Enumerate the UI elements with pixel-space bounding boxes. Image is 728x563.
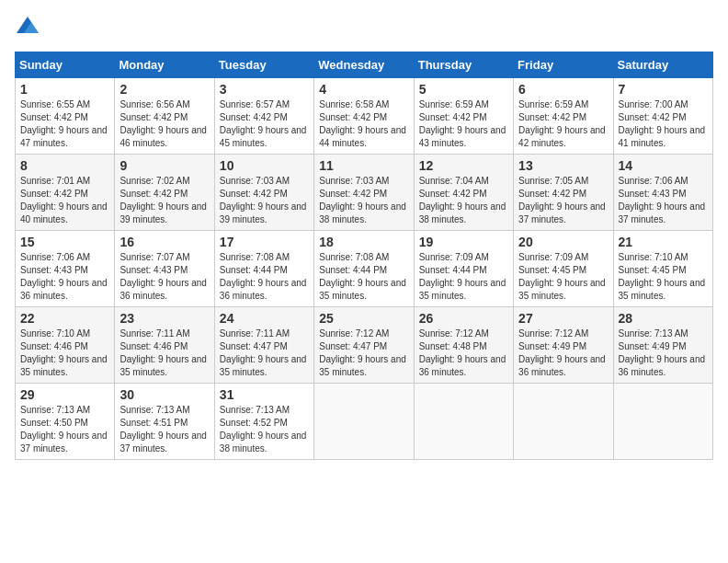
- cell-details: Sunrise: 7:08 AMSunset: 4:44 PMDaylight:…: [220, 252, 307, 301]
- day-number: 26: [419, 311, 508, 326]
- cell-details: Sunrise: 6:55 AMSunset: 4:42 PMDaylight:…: [20, 99, 108, 148]
- calendar-cell: 16 Sunrise: 7:07 AMSunset: 4:43 PMDaylig…: [115, 231, 214, 307]
- calendar-cell: 11 Sunrise: 7:03 AMSunset: 4:42 PMDaylig…: [314, 155, 414, 231]
- day-number: 13: [518, 158, 608, 173]
- day-number: 29: [20, 387, 109, 402]
- cell-details: Sunrise: 6:57 AMSunset: 4:42 PMDaylight:…: [220, 99, 307, 148]
- calendar-cell: 8 Sunrise: 7:01 AMSunset: 4:42 PMDayligh…: [16, 155, 115, 231]
- calendar-cell: 25 Sunrise: 7:12 AMSunset: 4:47 PMDaylig…: [314, 307, 414, 384]
- day-number: 30: [119, 387, 209, 402]
- calendar-cell: 17 Sunrise: 7:08 AMSunset: 4:44 PMDaylig…: [214, 231, 313, 307]
- calendar-week-row: 15 Sunrise: 7:06 AMSunset: 4:43 PMDaylig…: [16, 231, 713, 307]
- calendar-cell: 28 Sunrise: 7:13 AMSunset: 4:49 PMDaylig…: [613, 307, 712, 384]
- day-number: 2: [119, 82, 209, 97]
- calendar-week-row: 8 Sunrise: 7:01 AMSunset: 4:42 PMDayligh…: [16, 155, 713, 231]
- cell-details: Sunrise: 7:13 AMSunset: 4:51 PMDaylight:…: [119, 405, 207, 454]
- calendar-cell: 7 Sunrise: 7:00 AMSunset: 4:42 PMDayligh…: [613, 78, 712, 155]
- day-number: 18: [319, 235, 408, 249]
- day-number: 19: [419, 235, 508, 249]
- calendar-cell: 10 Sunrise: 7:03 AMSunset: 4:42 PMDaylig…: [214, 155, 313, 231]
- day-number: 27: [518, 311, 608, 326]
- cell-details: Sunrise: 7:13 AMSunset: 4:52 PMDaylight:…: [220, 405, 307, 454]
- cell-details: Sunrise: 7:06 AMSunset: 4:43 PMDaylight:…: [619, 176, 706, 224]
- day-number: 1: [20, 82, 109, 97]
- cell-details: Sunrise: 7:13 AMSunset: 4:50 PMDaylight:…: [20, 405, 108, 454]
- cell-details: Sunrise: 7:01 AMSunset: 4:42 PMDaylight:…: [20, 176, 108, 224]
- header-friday: Friday: [514, 52, 613, 78]
- day-number: 20: [518, 235, 608, 249]
- calendar-week-row: 22 Sunrise: 7:10 AMSunset: 4:46 PMDaylig…: [16, 307, 713, 384]
- day-number: 5: [419, 82, 508, 97]
- calendar-cell: [314, 384, 414, 460]
- calendar-cell: 23 Sunrise: 7:11 AMSunset: 4:46 PMDaylig…: [115, 307, 214, 384]
- logo: [15, 15, 44, 40]
- calendar-cell: 12 Sunrise: 7:04 AMSunset: 4:42 PMDaylig…: [414, 155, 513, 231]
- day-number: 10: [220, 158, 309, 173]
- day-number: 4: [319, 82, 408, 97]
- header-thursday: Thursday: [414, 52, 513, 78]
- cell-details: Sunrise: 7:00 AMSunset: 4:42 PMDaylight:…: [619, 99, 706, 148]
- cell-details: Sunrise: 7:10 AMSunset: 4:45 PMDaylight:…: [619, 252, 706, 301]
- day-number: 3: [220, 82, 309, 97]
- day-number: 9: [119, 158, 209, 173]
- cell-details: Sunrise: 6:56 AMSunset: 4:42 PMDaylight:…: [119, 99, 207, 148]
- day-number: 14: [619, 158, 708, 173]
- day-number: 15: [20, 235, 109, 249]
- day-number: 17: [220, 235, 309, 249]
- calendar-cell: 15 Sunrise: 7:06 AMSunset: 4:43 PMDaylig…: [16, 231, 115, 307]
- calendar-cell: 1 Sunrise: 6:55 AMSunset: 4:42 PMDayligh…: [16, 78, 115, 155]
- day-number: 22: [20, 311, 109, 326]
- cell-details: Sunrise: 7:05 AMSunset: 4:42 PMDaylight:…: [518, 176, 606, 224]
- calendar-cell: 5 Sunrise: 6:59 AMSunset: 4:42 PMDayligh…: [414, 78, 513, 155]
- calendar-cell: 27 Sunrise: 7:12 AMSunset: 4:49 PMDaylig…: [514, 307, 613, 384]
- day-number: 24: [220, 311, 309, 326]
- calendar-cell: 22 Sunrise: 7:10 AMSunset: 4:46 PMDaylig…: [16, 307, 115, 384]
- calendar-cell: 13 Sunrise: 7:05 AMSunset: 4:42 PMDaylig…: [514, 155, 613, 231]
- day-number: 16: [119, 235, 209, 249]
- calendar-cell: [613, 384, 712, 460]
- calendar-cell: 29 Sunrise: 7:13 AMSunset: 4:50 PMDaylig…: [16, 384, 115, 460]
- header-saturday: Saturday: [613, 52, 712, 78]
- cell-details: Sunrise: 7:04 AMSunset: 4:42 PMDaylight:…: [419, 176, 506, 224]
- calendar-cell: 3 Sunrise: 6:57 AMSunset: 4:42 PMDayligh…: [214, 78, 313, 155]
- calendar-cell: 9 Sunrise: 7:02 AMSunset: 4:42 PMDayligh…: [115, 155, 214, 231]
- day-number: 25: [319, 311, 408, 326]
- calendar-cell: 2 Sunrise: 6:56 AMSunset: 4:42 PMDayligh…: [115, 78, 214, 155]
- day-number: 21: [619, 235, 708, 249]
- calendar-cell: 14 Sunrise: 7:06 AMSunset: 4:43 PMDaylig…: [613, 155, 712, 231]
- cell-details: Sunrise: 7:12 AMSunset: 4:47 PMDaylight:…: [319, 328, 406, 377]
- cell-details: Sunrise: 7:11 AMSunset: 4:46 PMDaylight:…: [119, 328, 207, 377]
- day-number: 12: [419, 158, 508, 173]
- page-header: [15, 15, 713, 40]
- cell-details: Sunrise: 7:12 AMSunset: 4:48 PMDaylight:…: [419, 328, 506, 377]
- cell-details: Sunrise: 6:58 AMSunset: 4:42 PMDaylight:…: [319, 99, 406, 148]
- day-number: 6: [518, 82, 608, 97]
- day-number: 31: [220, 387, 309, 402]
- calendar-cell: 6 Sunrise: 6:59 AMSunset: 4:42 PMDayligh…: [514, 78, 613, 155]
- calendar-week-row: 29 Sunrise: 7:13 AMSunset: 4:50 PMDaylig…: [16, 384, 713, 460]
- calendar-cell: 26 Sunrise: 7:12 AMSunset: 4:48 PMDaylig…: [414, 307, 513, 384]
- header-monday: Monday: [115, 52, 214, 78]
- calendar-cell: 20 Sunrise: 7:09 AMSunset: 4:45 PMDaylig…: [514, 231, 613, 307]
- day-number: 28: [619, 311, 708, 326]
- calendar-cell: 19 Sunrise: 7:09 AMSunset: 4:44 PMDaylig…: [414, 231, 513, 307]
- calendar-cell: 30 Sunrise: 7:13 AMSunset: 4:51 PMDaylig…: [115, 384, 214, 460]
- cell-details: Sunrise: 7:13 AMSunset: 4:49 PMDaylight:…: [619, 328, 706, 377]
- calendar-cell: 21 Sunrise: 7:10 AMSunset: 4:45 PMDaylig…: [613, 231, 712, 307]
- calendar-table: SundayMondayTuesdayWednesdayThursdayFrid…: [15, 52, 713, 460]
- calendar-cell: 24 Sunrise: 7:11 AMSunset: 4:47 PMDaylig…: [214, 307, 313, 384]
- day-number: 7: [619, 82, 708, 97]
- cell-details: Sunrise: 7:09 AMSunset: 4:44 PMDaylight:…: [419, 252, 506, 301]
- calendar-header-row: SundayMondayTuesdayWednesdayThursdayFrid…: [16, 52, 713, 78]
- cell-details: Sunrise: 7:09 AMSunset: 4:45 PMDaylight:…: [518, 252, 606, 301]
- calendar-cell: 18 Sunrise: 7:08 AMSunset: 4:44 PMDaylig…: [314, 231, 414, 307]
- cell-details: Sunrise: 7:11 AMSunset: 4:47 PMDaylight:…: [220, 328, 307, 377]
- cell-details: Sunrise: 7:03 AMSunset: 4:42 PMDaylight:…: [220, 176, 307, 224]
- cell-details: Sunrise: 7:08 AMSunset: 4:44 PMDaylight:…: [319, 252, 406, 301]
- cell-details: Sunrise: 7:02 AMSunset: 4:42 PMDaylight:…: [119, 176, 207, 224]
- day-number: 11: [319, 158, 408, 173]
- calendar-week-row: 1 Sunrise: 6:55 AMSunset: 4:42 PMDayligh…: [16, 78, 713, 155]
- cell-details: Sunrise: 7:06 AMSunset: 4:43 PMDaylight:…: [20, 252, 108, 301]
- cell-details: Sunrise: 6:59 AMSunset: 4:42 PMDaylight:…: [419, 99, 506, 148]
- calendar-cell: [414, 384, 513, 460]
